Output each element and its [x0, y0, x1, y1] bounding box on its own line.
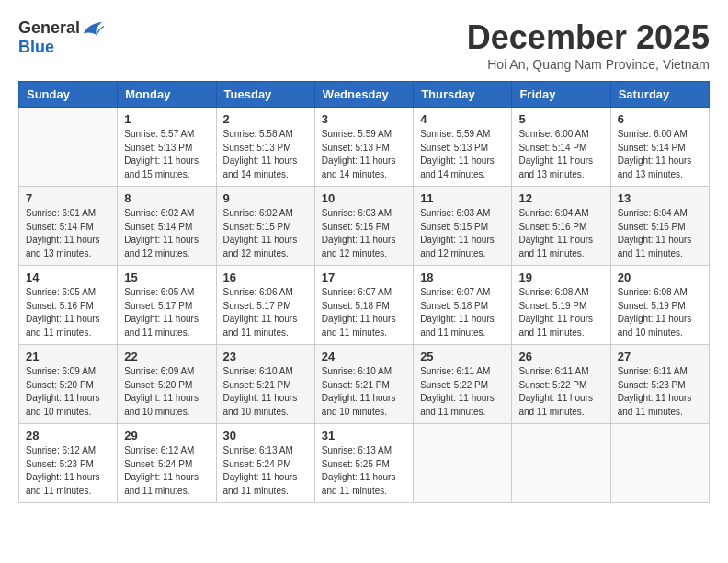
- calendar-cell: 24Sunrise: 6:10 AM Sunset: 5:21 PM Dayli…: [314, 345, 413, 424]
- day-info: Sunrise: 6:11 AM Sunset: 5:23 PM Dayligh…: [618, 365, 702, 419]
- calendar-cell: [610, 424, 709, 503]
- day-number: 6: [618, 112, 702, 126]
- calendar-cell: 15Sunrise: 6:05 AM Sunset: 5:17 PM Dayli…: [118, 266, 216, 345]
- page-header: General Blue December 2025 Hoi An, Quang…: [18, 18, 710, 72]
- day-info: Sunrise: 6:00 AM Sunset: 5:14 PM Dayligh…: [618, 128, 702, 181]
- day-info: Sunrise: 5:58 AM Sunset: 5:13 PM Dayligh…: [223, 128, 308, 181]
- calendar-cell: [414, 424, 512, 503]
- day-number: 18: [420, 270, 505, 284]
- calendar-cell: 3Sunrise: 5:59 AM Sunset: 5:13 PM Daylig…: [314, 108, 413, 187]
- logo: General Blue: [18, 18, 104, 57]
- day-number: 20: [618, 270, 702, 284]
- day-info: Sunrise: 6:11 AM Sunset: 5:22 PM Dayligh…: [518, 365, 603, 419]
- day-number: 15: [124, 270, 209, 284]
- day-number: 26: [518, 350, 603, 363]
- calendar-cell: 6Sunrise: 6:00 AM Sunset: 5:14 PM Daylig…: [610, 108, 709, 187]
- calendar-cell: [512, 424, 610, 503]
- weekday-header-saturday: Saturday: [610, 82, 709, 108]
- day-info: Sunrise: 6:13 AM Sunset: 5:25 PM Dayligh…: [322, 444, 406, 498]
- calendar-cell: 22Sunrise: 6:09 AM Sunset: 5:20 PM Dayli…: [118, 345, 216, 424]
- day-number: 2: [223, 112, 308, 126]
- day-number: 28: [26, 429, 110, 442]
- day-number: 10: [322, 191, 406, 205]
- day-info: Sunrise: 6:09 AM Sunset: 5:20 PM Dayligh…: [124, 365, 209, 419]
- logo-blue-text: Blue: [18, 38, 54, 57]
- calendar-cell: 1Sunrise: 5:57 AM Sunset: 5:13 PM Daylig…: [118, 108, 216, 187]
- day-info: Sunrise: 6:05 AM Sunset: 5:17 PM Dayligh…: [124, 286, 209, 339]
- day-info: Sunrise: 6:13 AM Sunset: 5:24 PM Dayligh…: [223, 444, 308, 498]
- day-info: Sunrise: 6:00 AM Sunset: 5:14 PM Dayligh…: [518, 128, 603, 181]
- day-info: Sunrise: 6:03 AM Sunset: 5:15 PM Dayligh…: [420, 207, 505, 260]
- day-number: 19: [518, 270, 603, 284]
- calendar-cell: 25Sunrise: 6:11 AM Sunset: 5:22 PM Dayli…: [414, 345, 512, 424]
- day-number: 16: [223, 270, 308, 284]
- calendar-cell: 27Sunrise: 6:11 AM Sunset: 5:23 PM Dayli…: [610, 345, 709, 424]
- calendar-cell: 13Sunrise: 6:04 AM Sunset: 5:16 PM Dayli…: [610, 187, 709, 266]
- day-number: 27: [618, 350, 702, 363]
- calendar-cell: 18Sunrise: 6:07 AM Sunset: 5:18 PM Dayli…: [414, 266, 512, 345]
- day-info: Sunrise: 6:02 AM Sunset: 5:15 PM Dayligh…: [223, 207, 308, 260]
- weekday-header-wednesday: Wednesday: [314, 82, 413, 108]
- calendar-table: SundayMondayTuesdayWednesdayThursdayFrid…: [18, 81, 710, 503]
- day-number: 31: [322, 429, 406, 442]
- calendar-cell: 7Sunrise: 6:01 AM Sunset: 5:14 PM Daylig…: [19, 187, 118, 266]
- title-section: December 2025 Hoi An, Quang Nam Province…: [467, 18, 710, 72]
- day-info: Sunrise: 6:05 AM Sunset: 5:16 PM Dayligh…: [26, 286, 110, 339]
- day-number: 21: [26, 350, 110, 363]
- day-number: 8: [124, 191, 209, 205]
- calendar-cell: 29Sunrise: 6:12 AM Sunset: 5:24 PM Dayli…: [118, 424, 216, 503]
- calendar-cell: 26Sunrise: 6:11 AM Sunset: 5:22 PM Dayli…: [512, 345, 610, 424]
- calendar-cell: 8Sunrise: 6:02 AM Sunset: 5:14 PM Daylig…: [118, 187, 216, 266]
- logo-bird-icon: [82, 19, 104, 38]
- day-number: 23: [223, 350, 308, 363]
- day-number: 12: [518, 191, 603, 205]
- calendar-week-row: 7Sunrise: 6:01 AM Sunset: 5:14 PM Daylig…: [19, 187, 710, 266]
- calendar-cell: 17Sunrise: 6:07 AM Sunset: 5:18 PM Dayli…: [314, 266, 413, 345]
- day-number: 9: [223, 191, 308, 205]
- day-info: Sunrise: 6:12 AM Sunset: 5:24 PM Dayligh…: [124, 444, 209, 498]
- calendar-week-row: 14Sunrise: 6:05 AM Sunset: 5:16 PM Dayli…: [19, 266, 710, 345]
- calendar-cell: 10Sunrise: 6:03 AM Sunset: 5:15 PM Dayli…: [314, 187, 413, 266]
- day-number: 7: [26, 191, 110, 205]
- day-number: 14: [26, 270, 110, 284]
- day-info: Sunrise: 6:08 AM Sunset: 5:19 PM Dayligh…: [518, 286, 603, 339]
- calendar-cell: 14Sunrise: 6:05 AM Sunset: 5:16 PM Dayli…: [19, 266, 118, 345]
- calendar-cell: 5Sunrise: 6:00 AM Sunset: 5:14 PM Daylig…: [512, 108, 610, 187]
- weekday-header-sunday: Sunday: [19, 82, 118, 108]
- day-info: Sunrise: 6:01 AM Sunset: 5:14 PM Dayligh…: [26, 207, 110, 260]
- day-number: 11: [420, 191, 505, 205]
- calendar-cell: 16Sunrise: 6:06 AM Sunset: 5:17 PM Dayli…: [216, 266, 314, 345]
- day-info: Sunrise: 6:06 AM Sunset: 5:17 PM Dayligh…: [223, 286, 308, 339]
- calendar-cell: 11Sunrise: 6:03 AM Sunset: 5:15 PM Dayli…: [414, 187, 512, 266]
- day-info: Sunrise: 6:04 AM Sunset: 5:16 PM Dayligh…: [618, 207, 702, 260]
- day-info: Sunrise: 6:09 AM Sunset: 5:20 PM Dayligh…: [26, 365, 110, 419]
- calendar-cell: 2Sunrise: 5:58 AM Sunset: 5:13 PM Daylig…: [216, 108, 314, 187]
- weekday-header-tuesday: Tuesday: [216, 82, 314, 108]
- day-number: 24: [322, 350, 406, 363]
- day-info: Sunrise: 6:10 AM Sunset: 5:21 PM Dayligh…: [322, 365, 406, 419]
- calendar-cell: 30Sunrise: 6:13 AM Sunset: 5:24 PM Dayli…: [216, 424, 314, 503]
- calendar-cell: [19, 108, 118, 187]
- calendar-cell: 19Sunrise: 6:08 AM Sunset: 5:19 PM Dayli…: [512, 266, 610, 345]
- calendar-cell: 23Sunrise: 6:10 AM Sunset: 5:21 PM Dayli…: [216, 345, 314, 424]
- day-number: 17: [322, 270, 406, 284]
- location-subtitle: Hoi An, Quang Nam Province, Vietnam: [467, 57, 710, 72]
- calendar-week-row: 28Sunrise: 6:12 AM Sunset: 5:23 PM Dayli…: [19, 424, 710, 503]
- day-number: 5: [518, 112, 603, 126]
- day-info: Sunrise: 5:59 AM Sunset: 5:13 PM Dayligh…: [420, 128, 505, 181]
- calendar-cell: 12Sunrise: 6:04 AM Sunset: 5:16 PM Dayli…: [512, 187, 610, 266]
- day-info: Sunrise: 6:11 AM Sunset: 5:22 PM Dayligh…: [420, 365, 505, 419]
- day-info: Sunrise: 6:10 AM Sunset: 5:21 PM Dayligh…: [223, 365, 308, 419]
- weekday-header-friday: Friday: [512, 82, 610, 108]
- calendar-week-row: 21Sunrise: 6:09 AM Sunset: 5:20 PM Dayli…: [19, 345, 710, 424]
- calendar-cell: 4Sunrise: 5:59 AM Sunset: 5:13 PM Daylig…: [414, 108, 512, 187]
- calendar-cell: 28Sunrise: 6:12 AM Sunset: 5:23 PM Dayli…: [19, 424, 118, 503]
- month-title: December 2025: [467, 18, 710, 57]
- day-number: 13: [618, 191, 702, 205]
- day-info: Sunrise: 6:02 AM Sunset: 5:14 PM Dayligh…: [124, 207, 209, 260]
- day-number: 1: [124, 112, 209, 126]
- calendar-cell: 31Sunrise: 6:13 AM Sunset: 5:25 PM Dayli…: [314, 424, 413, 503]
- day-number: 3: [322, 112, 406, 126]
- day-info: Sunrise: 6:08 AM Sunset: 5:19 PM Dayligh…: [618, 286, 702, 339]
- day-number: 4: [420, 112, 505, 126]
